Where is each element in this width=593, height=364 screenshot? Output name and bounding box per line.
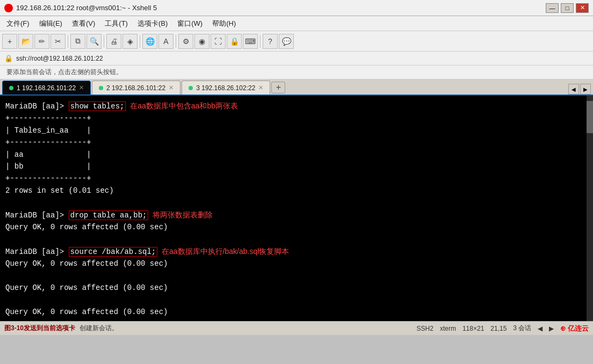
menu-item-b[interactable]: 选项卡(B)	[133, 18, 172, 30]
tab-label-2: 2 192.168.26.101:22	[106, 84, 165, 92]
terminal-size: 118×21	[462, 325, 484, 332]
scrollbar[interactable]	[587, 96, 593, 321]
nav-next[interactable]: ▶	[549, 325, 554, 332]
maximize-button[interactable]: □	[561, 3, 574, 13]
window-title: 192.168.26.101:22 root@vms001:~ - Xshell…	[16, 4, 157, 12]
scrollbar-thumb[interactable]	[587, 101, 593, 133]
terminal-line: 2 rows in set (0.01 sec)	[5, 185, 581, 196]
tab-3[interactable]: 3 192.168.26.102:22✕	[182, 81, 270, 94]
cursor-pos: 21,15	[490, 325, 507, 332]
address-text: ssh://root@192.168.26.101:22	[16, 55, 103, 62]
toolbar: + 📂 ✏ ✂ ⧉ 🔍 🖨 ◈ 🌐 A ⚙ ◉ ⛶ 🔒 ⌨ ? 💬	[0, 31, 593, 52]
session-count: 3 会话	[513, 324, 531, 333]
cut-button[interactable]: ✂	[50, 34, 66, 49]
menu-bar: 文件(F)编辑(E)查看(V)工具(T)选项卡(B)窗口(W)帮助(H)	[0, 16, 593, 31]
tab-close-1[interactable]: ✕	[79, 84, 84, 91]
menu-item-t[interactable]: 工具(T)	[100, 18, 132, 30]
title-bar: 192.168.26.101:22 root@vms001:~ - Xshell…	[0, 0, 593, 16]
app-icon	[4, 4, 13, 12]
keyboard-button[interactable]: ⌨	[243, 34, 258, 49]
terminal-line	[5, 233, 581, 245]
help-button[interactable]: ?	[263, 34, 278, 49]
terminal-line: Query OK, 0 rows affected (0.00 sec)	[5, 282, 581, 294]
record-button[interactable]: ◉	[194, 34, 209, 49]
terminal-prompt: MariaDB [aa]>	[5, 102, 69, 111]
tab-2[interactable]: 2 192.168.26.101:22✕	[92, 81, 180, 94]
tab-dot-3	[189, 86, 193, 90]
tab-nav-next[interactable]: ▶	[580, 84, 591, 94]
palette-button[interactable]: ◈	[122, 34, 138, 49]
globe-button[interactable]: 🌐	[142, 34, 157, 49]
toolbar-sep-5	[260, 35, 261, 48]
menu-item-h[interactable]: 帮助(H)	[208, 18, 240, 30]
terminal-line: Query OK, 0 rows affected (0.00 sec)	[5, 306, 581, 318]
toolbar-sep-1	[68, 35, 68, 48]
terminal-line: +-----------------+	[5, 172, 581, 184]
tab-bar: 1 192.168.26.101:22✕2 192.168.26.101:22✕…	[0, 79, 593, 96]
close-button[interactable]: ✕	[576, 3, 589, 13]
menu-item-w[interactable]: 窗口(W)	[173, 18, 207, 30]
terminal-line: | Tables_in_aa |	[5, 125, 581, 136]
open-button[interactable]: 📂	[18, 34, 33, 49]
tab-nav: ◀▶	[568, 84, 591, 94]
terminal-annotation: 将两张数据表删除	[148, 210, 213, 219]
terminal-prompt: MariaDB [aa]>	[5, 247, 69, 256]
chat-button[interactable]: 💬	[279, 34, 294, 49]
terminal-command: source /bak/ab.sql;	[69, 247, 158, 257]
bottom-right: SSH2 xterm 118×21 21,15 3 会话 ◀ ▶ ⊕ 亿连云	[417, 324, 589, 333]
term-type: xterm	[440, 325, 456, 332]
terminal-line	[5, 318, 581, 321]
edit-button[interactable]: ✏	[34, 34, 49, 49]
tab-1[interactable]: 1 192.168.26.101:22✕	[2, 81, 91, 94]
terminal[interactable]: MariaDB [aa]> show tables; 在aa数据库中包含aa和b…	[0, 96, 587, 321]
menu-item-e[interactable]: 编辑(E)	[35, 18, 67, 30]
terminal-command: show tables;	[69, 101, 126, 111]
add-tab-button[interactable]: +	[271, 82, 285, 93]
terminal-wrapper: MariaDB [aa]> show tables; 在aa数据库中包含aa和b…	[0, 96, 593, 321]
terminal-line	[5, 270, 581, 281]
terminal-line: +-----------------+	[5, 136, 581, 148]
tab-close-3[interactable]: ✕	[258, 84, 263, 91]
terminal-annotation: 在aa数据库中包含aa和bb两张表	[126, 101, 238, 110]
terminal-command: drop table aa,bb;	[69, 210, 149, 220]
tab-label-1: 1 192.168.26.101:22	[17, 84, 76, 92]
toolbar-sep-3	[140, 35, 140, 48]
print-button[interactable]: 🖨	[106, 34, 121, 49]
terminal-line: | bb |	[5, 161, 581, 172]
info-text: 要添加当前会话，点击左侧的箭头按钮。	[6, 68, 122, 77]
ssh-status: SSH2	[417, 325, 433, 332]
minimize-button[interactable]: —	[546, 3, 559, 13]
terminal-line: MariaDB [aa]> show tables; 在aa数据库中包含aa和b…	[5, 100, 581, 112]
terminal-line: | aa |	[5, 149, 581, 161]
fullscreen-button[interactable]: ⛶	[211, 34, 226, 49]
lock-button[interactable]: 🔒	[227, 34, 242, 49]
terminal-line	[5, 196, 581, 208]
plugin-button[interactable]: ⚙	[178, 34, 193, 49]
terminal-line: MariaDB [aa]> source /bak/ab.sql; 在aa数据库…	[5, 245, 581, 258]
terminal-line: Query OK, 0 rows affected (0.00 sec)	[5, 221, 581, 233]
font-button[interactable]: A	[158, 34, 173, 49]
new-session-button[interactable]: +	[2, 34, 17, 49]
menu-item-f[interactable]: 文件(F)	[2, 18, 34, 30]
copy-button[interactable]: ⧉	[70, 34, 85, 49]
terminal-annotation: 在aa数据库中执行/bak/ab.sql恢复脚本	[157, 247, 289, 256]
terminal-line: +-----------------+	[5, 112, 581, 124]
terminal-line: MariaDB [aa]> drop table aa,bb; 将两张数据表删除	[5, 209, 581, 221]
nav-prev[interactable]: ◀	[538, 325, 543, 332]
bottom-bar: 图3-10发送到当前选项卡 创建新会话。 SSH2 xterm 118×21 2…	[0, 321, 593, 335]
tab-nav-prev[interactable]: ◀	[568, 84, 579, 94]
tab-dot-2	[99, 86, 103, 90]
figure-label: 图3-10发送到当前选项卡	[4, 324, 75, 333]
terminal-line: Query OK, 0 rows affected (0.00 sec)	[5, 258, 581, 270]
menu-item-v[interactable]: 查看(V)	[68, 18, 99, 30]
lock-icon: 🔒	[4, 54, 13, 62]
tab-close-2[interactable]: ✕	[169, 84, 173, 91]
find-button[interactable]: 🔍	[86, 34, 102, 49]
create-session-text: 创建新会话。	[79, 324, 118, 333]
info-bar: 要添加当前会话，点击左侧的箭头按钮。	[0, 65, 593, 79]
app-logo: ⊕ 亿连云	[560, 324, 589, 333]
tab-dot-1	[9, 86, 13, 90]
toolbar-sep-4	[176, 35, 176, 48]
terminal-prompt: MariaDB [aa]>	[5, 211, 69, 220]
toolbar-sep-2	[104, 35, 104, 48]
